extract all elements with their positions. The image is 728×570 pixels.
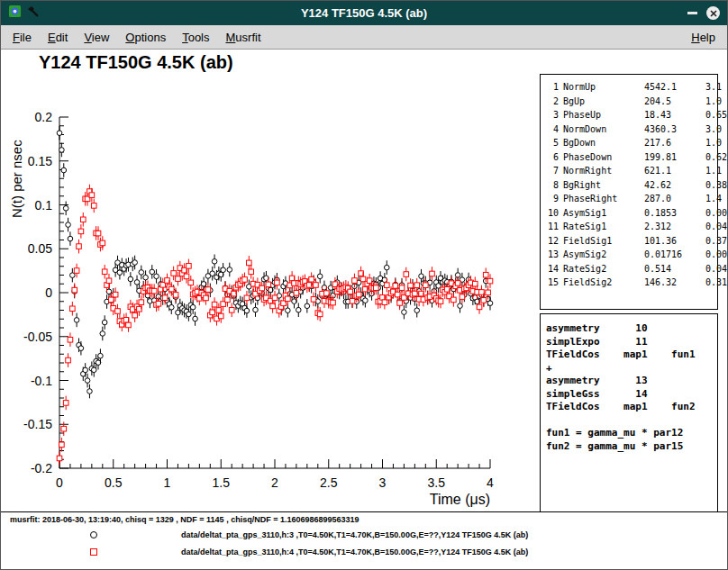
theory-line: TFieldCos map1 fun2 — [546, 401, 717, 414]
p-n: 10 — [545, 206, 559, 221]
parameter-row-NormDown: 4NormDown4360.33.0 — [545, 122, 717, 137]
p-name: AsymSig2 — [563, 248, 640, 262]
p-n: 13 — [545, 248, 559, 262]
parameter-row-NormUp: 1NormUp4542.13.1 — [545, 80, 717, 95]
p-value: 0.514 — [644, 262, 701, 276]
svg-text:-0.1: -0.1 — [31, 374, 52, 388]
status-area: musrfit: 2018-06-30, 13:19:40, chisq = 1… — [1, 511, 727, 569]
p-n: 8 — [545, 178, 559, 193]
p-n: 4 — [545, 122, 559, 137]
parameter-row-PhaseDown: 6PhaseDown199.810.62 — [545, 150, 717, 165]
p-name: FieldSig2 — [563, 276, 640, 290]
legend-label: data/deltat_pta_gps_3110,h:3 ,T0=4.50K,T… — [181, 530, 528, 539]
svg-text:1: 1 — [164, 475, 171, 490]
p-n: 9 — [545, 192, 559, 206]
theory-line: asymmetry 13 — [546, 375, 717, 388]
p-n: 14 — [545, 262, 559, 276]
legend-row: data/deltat_pta_gps_3110,h:3 ,T0=4.50K,T… — [1, 526, 727, 543]
menu-file[interactable]: File — [5, 28, 40, 47]
menu-view[interactable]: View — [76, 28, 117, 47]
parameter-row-RateSig1: 11RateSig12.3120.043 — [545, 220, 717, 234]
svg-text:0.2: 0.2 — [35, 110, 53, 124]
parameter-row-NormRight: 7NormRight621.11.1 — [545, 164, 717, 178]
p-value: 204.5 — [644, 95, 701, 109]
p-value: 0.1853 — [644, 206, 701, 221]
p-value: 101.36 — [644, 234, 701, 249]
root-canvas: -0.2-0.15-0.1-0.0500.050.10.150.200.511.… — [1, 50, 727, 511]
app-icon — [8, 5, 22, 22]
svg-text:1.5: 1.5 — [213, 475, 231, 490]
parameter-row-PhaseRight: 9PhaseRight287.01.4 — [545, 192, 717, 206]
plot-title: Y124 TF150G 4.5K (ab) — [39, 52, 233, 73]
menu-musrfit[interactable]: Musrfit — [218, 28, 269, 47]
svg-text:2.5: 2.5 — [320, 475, 338, 490]
parameter-row-FieldSig2: 15FieldSig2146.320.31 — [545, 276, 717, 290]
theory-panel: asymmetry 10simplExpo 11TFieldCos map1 f… — [540, 313, 718, 511]
x-axis-label: Time (μs) — [430, 492, 490, 507]
p-value: 146.32 — [644, 276, 701, 290]
menu-tools[interactable]: Tools — [174, 28, 217, 47]
close-button[interactable] — [706, 6, 720, 20]
titlebar-right — [648, 6, 720, 20]
p-value: 287.0 — [644, 192, 701, 206]
tick-labels: -0.2-0.15-0.1-0.0500.050.10.150.200.511.… — [9, 110, 494, 507]
menu-help[interactable]: Help — [683, 28, 723, 47]
svg-text:2: 2 — [271, 475, 278, 490]
p-name: NormRight — [563, 164, 640, 178]
svg-text:0.15: 0.15 — [28, 154, 52, 168]
svg-text:3: 3 — [379, 475, 387, 490]
legend-label: data/deltat_pta_gps_3110,h:4 ,T0=4.50K,T… — [181, 547, 528, 556]
close-icon — [706, 6, 720, 20]
svg-text:4: 4 — [487, 475, 494, 490]
p-value: 18.43 — [644, 108, 701, 122]
menu-edit[interactable]: Edit — [40, 28, 76, 47]
p-error: 1.1 — [705, 164, 722, 178]
hammer-icon — [27, 5, 40, 22]
p-name: PhaseDown — [563, 150, 640, 165]
p-n: 2 — [545, 95, 559, 109]
musr-plot[interactable]: -0.2-0.15-0.1-0.0500.050.10.150.200.511.… — [1, 50, 514, 511]
parameter-row-RateSig2: 14RateSig20.5140.045 — [545, 262, 717, 276]
p-value: 4360.3 — [644, 122, 701, 137]
p-name: BgUp — [563, 95, 640, 109]
p-value: 4542.1 — [644, 80, 701, 95]
menu-options[interactable]: Options — [117, 28, 174, 47]
theory-line: + — [546, 362, 717, 375]
p-n: 15 — [545, 276, 559, 290]
svg-text:0.1: 0.1 — [35, 198, 53, 213]
y-axis-label: N(t) per nsec — [9, 140, 24, 218]
p-error: 1.0 — [705, 136, 722, 150]
p-name: RateSig2 — [563, 262, 640, 276]
p-n: 11 — [545, 220, 559, 234]
p-n: 5 — [545, 136, 559, 150]
p-name: PhaseUp — [563, 108, 640, 122]
title-bar[interactable]: Y124 TF150G 4.5K (ab) — [1, 1, 727, 25]
p-error: 0.38 — [705, 178, 727, 193]
svg-text:3.5: 3.5 — [428, 475, 446, 490]
parameter-row-BgUp: 2BgUp204.51.0 — [545, 95, 717, 109]
minimize-icon — [687, 12, 697, 14]
p-value: 2.312 — [644, 220, 701, 234]
fit-status-line: musrfit: 2018-06-30, 13:19:40, chisq = 1… — [1, 515, 727, 524]
p-name: PhaseRight — [563, 192, 640, 206]
plot-legend: data/deltat_pta_gps_3110,h:3 ,T0=4.50K,T… — [1, 526, 727, 560]
theory-line — [546, 414, 717, 428]
p-error: 1.0 — [705, 95, 722, 109]
p-error: 0.65 — [705, 108, 727, 122]
p-value: 0.01716 — [644, 248, 701, 262]
minimize-button[interactable] — [687, 12, 697, 14]
app-window: Y124 TF150G 4.5K (ab) FileEditViewOption… — [0, 0, 728, 570]
parameter-row-FieldSig1: 12FieldSig1101.360.37 — [545, 234, 717, 249]
p-value: 217.6 — [644, 136, 701, 150]
parameter-row-AsymSig2: 13AsymSig20.017160.00098 — [545, 248, 717, 262]
p-error: 3.1 — [705, 80, 722, 95]
p-error: 0.0028 — [705, 206, 727, 221]
legend-square-marker — [90, 548, 97, 556]
theory-line: simpleGss 14 — [546, 388, 717, 402]
svg-text:0: 0 — [45, 285, 52, 300]
svg-text:0: 0 — [56, 475, 63, 490]
p-error: 0.00098 — [705, 248, 727, 262]
p-n: 1 — [545, 80, 559, 95]
menu-items: FileEditViewOptionsToolsMusrfit — [5, 28, 269, 47]
svg-text:-0.05: -0.05 — [23, 330, 52, 344]
